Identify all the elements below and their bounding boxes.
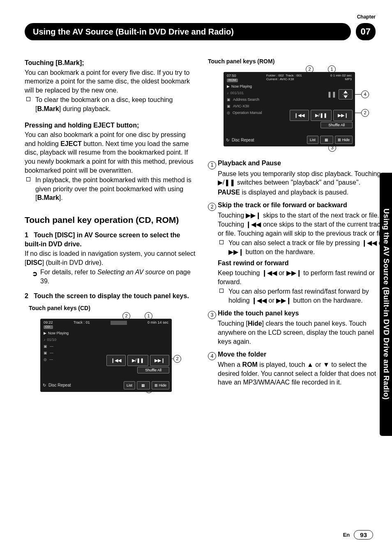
para-eject: You can also bookmark a point for one di… (25, 130, 196, 175)
down-icon (344, 95, 348, 98)
text: You can also select a track or file by p… (228, 239, 385, 255)
grid-button[interactable]: ▦ (320, 136, 333, 144)
next-button[interactable]: ▶▶❙ (150, 355, 169, 366)
heading-eject: Pressing and holding EJECT button; (25, 121, 196, 130)
dev-src-badge: CD (44, 325, 53, 329)
icon: ◎ (44, 357, 47, 362)
callout-4: 4 (361, 90, 369, 98)
dev-row-text: AVIC-X3II (233, 104, 249, 109)
xref-icon: ➲ (32, 269, 37, 278)
dev-format: MP3 (330, 78, 352, 81)
text: Touching ▶▶❙ skips to the start of the n… (218, 211, 388, 238)
dev-current: Current : AVIC-X3II (266, 78, 302, 81)
text: ]; (80, 59, 84, 66)
next-button[interactable]: ▶▶❙ (333, 110, 353, 121)
item-title: Hide the touch panel keys (218, 310, 299, 317)
step-number: 1 (25, 232, 28, 239)
dev-progress (111, 321, 127, 325)
icon: ◎ (227, 110, 230, 115)
text: B.Mark (37, 105, 59, 112)
icon: ▣ (44, 350, 47, 355)
device-screenshot-cd: 09:22 CD Track : 01 0 min 14 sec ▶Now Pl… (40, 319, 172, 392)
right-column: Touch panel keys (ROM) 2 1 4 2 3 (208, 53, 388, 523)
prev-button[interactable]: ❙◀◀ (106, 355, 126, 366)
hide-button[interactable]: ⊠ Hide (335, 136, 353, 144)
play-pause-button[interactable]: ▶/❚❚ (311, 110, 332, 121)
circle-4: 4 (208, 352, 216, 360)
list-item: You can also select a track or file by p… (218, 239, 388, 256)
footer-lang: En (343, 532, 350, 538)
play-icon: ▶ (44, 331, 46, 336)
shuffle-button[interactable]: Shuffle All (321, 122, 353, 128)
circle-2: 2 (208, 203, 216, 211)
dev-row-text: — (50, 344, 53, 349)
page-title: Using the AV Source (Built-in DVD Drive … (25, 23, 351, 40)
circle-1: 1 (208, 161, 216, 169)
icon: ▣ (227, 104, 231, 109)
bullet-icon (26, 177, 30, 181)
prev-button[interactable]: ❙◀◀ (290, 110, 309, 121)
callout-2b: 2 (361, 109, 369, 117)
dev-position: 01/10 (47, 337, 57, 342)
subheading: Fast rewind or forward (218, 259, 288, 266)
step-text: Touch [DISC] in AV Source screen to sele… (25, 232, 180, 248)
caption-cd: Touch panel keys (CD) (29, 304, 196, 312)
chapter-number-badge: 07 (356, 23, 376, 40)
dev-now-playing: Now Playing (48, 331, 69, 336)
list-item: To clear the bookmark on a disc, keep to… (25, 95, 196, 113)
step-2: 2 Touch the screen to display the touch … (25, 292, 196, 301)
play-pause-button[interactable]: ▶/❚❚ (127, 355, 148, 366)
dev-time: 07:50 (227, 74, 238, 78)
list-button[interactable]: List (307, 136, 318, 144)
text: For details, refer to (40, 269, 97, 276)
figure-rom: 2 1 4 2 3 07:50 ROM (215, 68, 388, 155)
item-3: 3Hide the touch panel keys Touching [Hid… (208, 309, 388, 346)
dev-row-text: Operation Manual (233, 110, 262, 115)
text: Hide (248, 320, 262, 327)
icon: ▣ (44, 344, 47, 349)
shuffle-button[interactable]: Shuffle All (137, 367, 169, 373)
dev-repeat: Disc Repeat (232, 137, 254, 143)
text: Selecting an AV source (97, 269, 165, 276)
dev-duration: 0 min 14 sec (148, 321, 168, 329)
xref: ➲ For details, refer to Selecting an AV … (25, 268, 196, 285)
dev-position: 001/101 (231, 90, 244, 95)
item-title: Move the folder (218, 351, 266, 358)
text: When a (218, 361, 242, 368)
page-title-text: Using the AV Source (Built-in DVD Drive … (33, 27, 234, 37)
pause-icon: ❚❚ (327, 90, 336, 98)
bullet-icon (219, 289, 224, 293)
dev-folder: Folder : 002 (266, 74, 284, 77)
text: B.Mark (58, 59, 80, 66)
dev-now-playing: Now Playing (231, 84, 252, 89)
folder-up-down[interactable] (339, 89, 353, 100)
item-2: 2Skip the track or file forward or backw… (208, 201, 388, 305)
chapter-label: Chapter (357, 14, 376, 20)
icon: ▣ (227, 97, 231, 102)
text: ]. (59, 194, 63, 201)
caption-rom: Touch panel keys (ROM) (208, 58, 388, 65)
step-number: 2 (25, 292, 28, 299)
heading-touch-panel-key-op: Touch panel key operation (CD, ROM) (25, 215, 196, 225)
bullet-icon (219, 240, 224, 244)
dev-repeat: Disc Repeat (48, 382, 71, 388)
text: Touching [ (218, 320, 248, 327)
dev-track: Track : 01 (74, 321, 90, 329)
item-4: 4Move the folder When a ROM is played, t… (208, 350, 388, 387)
list-button[interactable]: List (124, 381, 135, 389)
repeat-icon: ↻ (43, 382, 46, 388)
item-title: Playback and Pause (218, 160, 281, 167)
device-screenshot-rom: 07:50 ROM Folder : 002 Track : 001 Curre… (224, 72, 355, 147)
up-icon (344, 90, 348, 93)
grid-button[interactable]: ▦ (137, 381, 150, 389)
item-1: 1Playback and Pause Pause lets you tempo… (208, 159, 388, 197)
heading-bmark: Touching [B.Mark]; (25, 58, 196, 67)
hide-button[interactable]: ⊠ Hide (152, 381, 169, 389)
left-column: Touching [B.Mark]; You can bookmark a po… (25, 53, 196, 523)
dev-src-badge: ROM (227, 79, 238, 82)
bullet-icon (26, 97, 30, 101)
circle-3: 3 (208, 311, 216, 319)
text: Pressing and holding (25, 122, 93, 129)
figure-cd: 2 1 2 3 09:22 CD Track : (32, 315, 196, 400)
step-1-body: If no disc is loaded in navigation syste… (25, 249, 196, 267)
